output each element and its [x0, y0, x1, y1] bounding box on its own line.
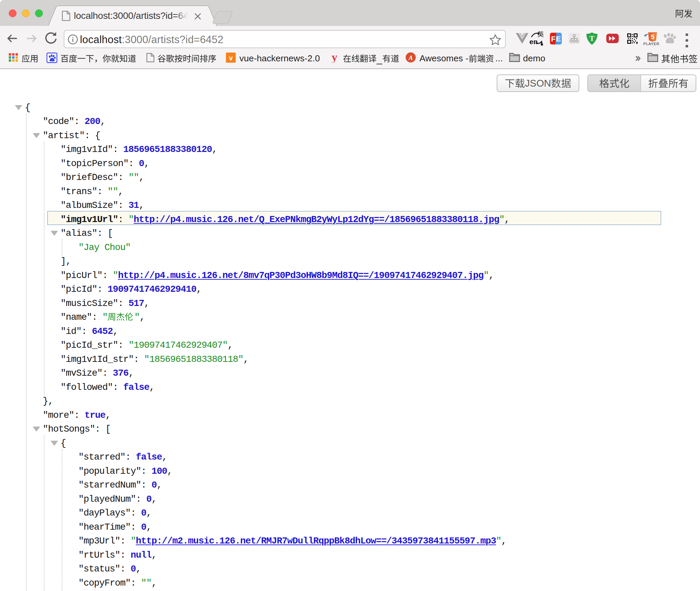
svg-text:E: E — [556, 35, 561, 43]
svg-text:v: v — [229, 54, 233, 62]
svg-text:T: T — [589, 34, 594, 42]
svg-text:A: A — [408, 54, 413, 61]
svg-text:F: F — [551, 35, 555, 43]
svg-text:y: y — [332, 53, 338, 63]
svg-text:5: 5 — [651, 33, 654, 40]
